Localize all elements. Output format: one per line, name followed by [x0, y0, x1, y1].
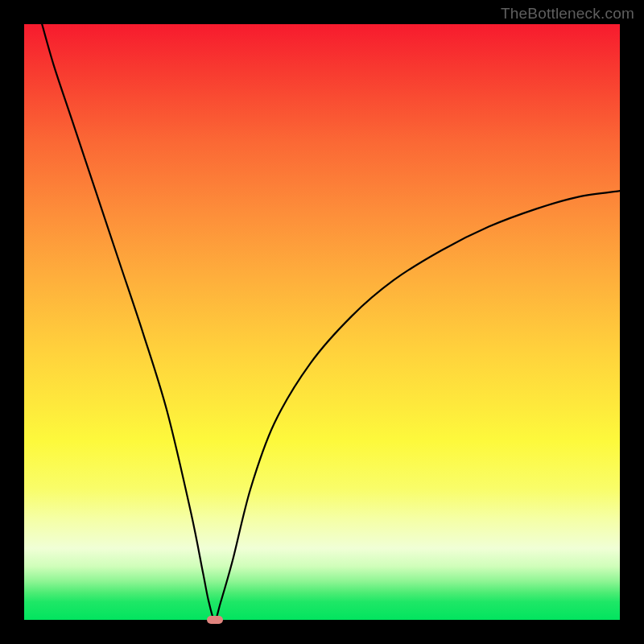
- plot-area: [24, 24, 620, 620]
- curve-svg: [24, 24, 620, 620]
- watermark-text: TheBottleneck.com: [501, 5, 634, 23]
- minimum-marker: [207, 616, 223, 624]
- bottleneck-curve-path: [42, 24, 620, 620]
